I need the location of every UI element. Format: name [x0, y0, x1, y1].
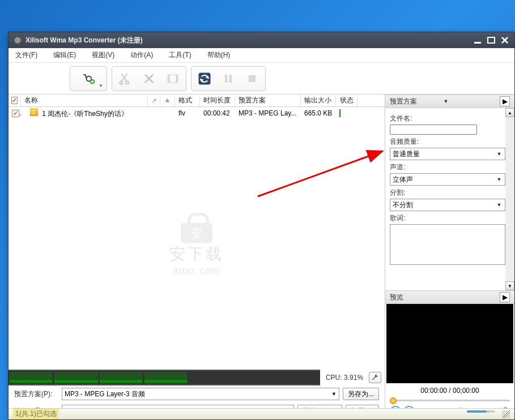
delete-button[interactable]: [138, 68, 160, 89]
table-row[interactable]: 1 周杰伦-《听TheShy的话》 flv 00:00:42 MP3 - MPE…: [8, 107, 385, 119]
stop-button[interactable]: [241, 68, 263, 89]
svg-rect-8: [199, 72, 211, 84]
maximize-button[interactable]: [486, 36, 496, 45]
add-file-button[interactable]: ▼: [73, 68, 104, 89]
svg-rect-11: [249, 75, 256, 82]
volume-slider[interactable]: [467, 410, 495, 413]
quality-label: 音频质量:: [390, 137, 505, 147]
expand-button[interactable]: ▶: [500, 292, 510, 302]
dropdown-icon: ▼: [99, 83, 103, 88]
column-checkbox[interactable]: [8, 95, 21, 106]
expand-button[interactable]: ▶: [500, 96, 510, 106]
chevron-down-icon: ▼: [495, 151, 504, 157]
split-select[interactable]: 不分割▼: [390, 199, 505, 211]
statusbar: 1(共.1)已勾选: [8, 408, 514, 419]
cpu-label: CPU: 3.91%: [320, 374, 369, 382]
minimize-button[interactable]: [473, 36, 483, 45]
preset-panel-head[interactable]: 预置方案 ▼ ▶: [385, 95, 514, 108]
saveas-button[interactable]: 另存为...: [343, 388, 379, 400]
svg-rect-0: [474, 42, 481, 44]
menubar: 文件(F) 编辑(E) 视图(V) 动作(A) 工具(T) 帮助(H): [8, 48, 514, 63]
cell-name: 1 周杰伦-《听TheShy的话》: [21, 108, 148, 119]
lyric-textarea[interactable]: [390, 224, 505, 265]
row-checkbox[interactable]: [12, 110, 19, 117]
column-status[interactable]: 状态: [336, 95, 357, 106]
menu-action[interactable]: 动作(A): [130, 50, 153, 60]
scrollbar[interactable]: ▲ ▼: [505, 108, 514, 290]
menu-file[interactable]: 文件(F): [15, 50, 37, 60]
column-size[interactable]: 输出大小: [301, 95, 336, 106]
menu-edit[interactable]: 编辑(E): [53, 50, 76, 60]
clip-button[interactable]: [162, 68, 184, 89]
svg-rect-6: [168, 75, 170, 83]
svg-point-4: [126, 81, 129, 84]
lyric-label: 歌词:: [390, 213, 505, 223]
channel-select[interactable]: 立体声▼: [390, 173, 505, 186]
menu-view[interactable]: 视图(V): [92, 50, 114, 60]
svg-rect-7: [176, 75, 178, 83]
seek-slider[interactable]: [390, 397, 510, 404]
preview-panel-head[interactable]: 预览 ▶: [385, 290, 514, 304]
app-window: Xilisoft Wma Mp3 Converter (未注册) 文件(F) 编…: [8, 32, 515, 420]
cell-duration: 00:00:42: [200, 109, 235, 117]
preset-select[interactable]: MP3 - MPEG Layer-3 音频 ▼: [62, 388, 339, 400]
close-button[interactable]: [500, 36, 510, 45]
scroll-down-icon[interactable]: ▼: [505, 281, 514, 290]
column-star[interactable]: ★: [160, 95, 175, 106]
right-panel: 预置方案 ▼ ▶ ▲ ▼ 文件名: 音频质量: 普通质量▼ 声道: 立体声▼ 分…: [385, 95, 514, 419]
resize-grip-icon[interactable]: [502, 410, 510, 418]
menu-tools[interactable]: 工具(T): [169, 50, 191, 60]
chevron-down-icon: ▼: [495, 177, 504, 182]
cell-size: 665.0 KB: [301, 109, 336, 117]
svg-rect-1: [488, 37, 495, 43]
menu-help[interactable]: 帮助(H): [207, 50, 231, 60]
cut-button[interactable]: [114, 68, 136, 89]
slider-thumb-icon[interactable]: [390, 397, 397, 404]
column-name[interactable]: 名称: [21, 95, 148, 106]
cpu-visualizer: [8, 370, 320, 385]
filename-input[interactable]: [390, 125, 477, 135]
properties-panel: ▲ ▼ 文件名: 音频质量: 普通质量▼ 声道: 立体声▼ 分割: 不分割▼ 歌…: [385, 108, 514, 290]
cpu-row: CPU: 3.91%: [8, 370, 385, 385]
window-title: Xilisoft Wma Mp3 Converter (未注册): [25, 36, 473, 45]
pause-button[interactable]: [218, 68, 239, 89]
column-format[interactable]: 格式: [175, 95, 200, 106]
quality-select[interactable]: 普通质量▼: [390, 148, 505, 160]
column-preset[interactable]: 预置方案: [235, 95, 301, 106]
scroll-up-icon[interactable]: ▲: [505, 108, 514, 117]
left-panel: 名称 ↗ ★ 格式 时间长度 预置方案 输出大小 状态 1 周杰伦-《听TheS…: [8, 95, 385, 419]
channel-label: 声道:: [390, 162, 505, 172]
svg-rect-10: [229, 75, 232, 83]
list-header: 名称 ↗ ★ 格式 时间长度 预置方案 输出大小 状态: [8, 95, 385, 107]
convert-button[interactable]: [194, 68, 215, 89]
watermark: 安下载 anxz.com: [169, 213, 224, 277]
chevron-down-icon: ▼: [444, 98, 449, 104]
split-label: 分割:: [390, 188, 505, 198]
chevron-down-icon: ▼: [331, 391, 337, 397]
app-icon: [13, 36, 22, 45]
svg-point-3: [120, 81, 122, 84]
titlebar[interactable]: Xilisoft Wma Mp3 Converter (未注册): [8, 32, 514, 48]
cell-format: flv: [175, 109, 200, 117]
video-file-icon: [30, 108, 38, 116]
status-text: 1(共.1)已勾选: [13, 409, 59, 419]
settings-button[interactable]: [369, 372, 381, 383]
preview-video[interactable]: [386, 304, 513, 383]
svg-rect-9: [225, 75, 227, 83]
preset-label: 预置方案(P):: [14, 389, 58, 399]
status-ready-icon: [339, 109, 341, 117]
header-checkbox-icon[interactable]: [11, 97, 18, 104]
preset-row: 预置方案(P): MP3 - MPEG Layer-3 音频 ▼ 另存为...: [8, 385, 385, 402]
time-display: 00:00:00 / 00;00:00: [385, 383, 514, 396]
column-duration[interactable]: 时间长度: [200, 95, 235, 106]
chevron-down-icon: ▼: [495, 202, 504, 208]
column-sort[interactable]: ↗: [148, 95, 160, 106]
filename-label: 文件名:: [390, 114, 505, 123]
cell-preset: MP3 - MPEG Lay...: [235, 109, 301, 117]
file-list[interactable]: 1 周杰伦-《听TheShy的话》 flv 00:00:42 MP3 - MPE…: [8, 107, 385, 370]
toolbar: ▼: [8, 63, 514, 95]
